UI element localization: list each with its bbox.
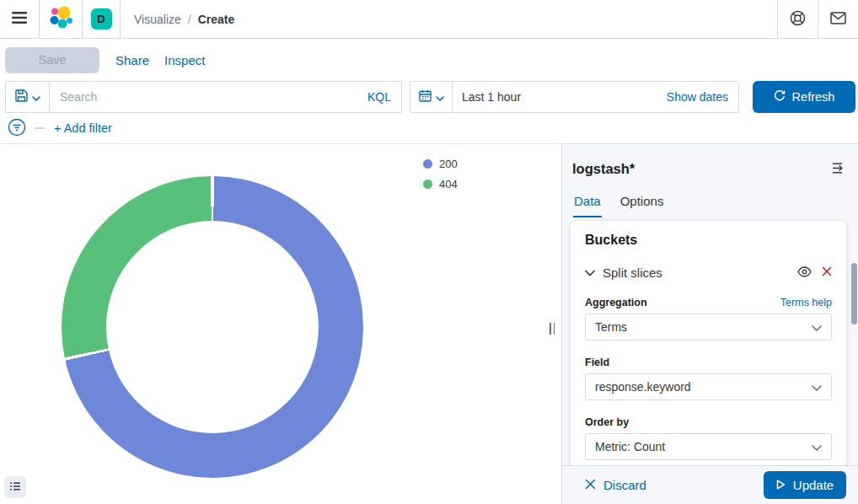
field-value: response.keyword [595, 380, 691, 394]
remove-icon [822, 266, 832, 279]
search-box: KQL [5, 81, 402, 113]
saved-query-icon [15, 89, 28, 105]
share-button[interactable]: Share [115, 53, 149, 67]
breadcrumb-create: Create [198, 13, 235, 26]
chevron-down-icon [32, 91, 40, 104]
search-input[interactable] [50, 82, 357, 112]
aggregation-value: Terms [595, 320, 627, 334]
help-icon [790, 10, 806, 29]
filter-options-button[interactable] [7, 118, 27, 138]
legend-swatch [423, 180, 432, 189]
show-dates-button[interactable]: Show dates [667, 90, 738, 104]
donut-chart[interactable] [62, 176, 363, 478]
update-button-label: Update [793, 478, 834, 492]
elastic-logo-section[interactable] [40, 0, 82, 38]
tab-options[interactable]: Options [619, 194, 665, 217]
legend-toggle-icon [9, 480, 21, 495]
aggregation-label: Aggregation [585, 297, 647, 308]
panel-collapse-icon [832, 164, 846, 177]
elastic-logo [50, 6, 72, 32]
date-spacer [521, 82, 667, 112]
chart-legend: 200 404 [423, 158, 458, 190]
filter-divider [35, 127, 45, 129]
chevron-down-icon [812, 320, 822, 334]
kibana-visualize-app: D Visualize / Create [0, 0, 858, 504]
menu-button[interactable] [0, 0, 39, 38]
save-button[interactable]: Save [5, 47, 99, 73]
legend-label: 200 [439, 158, 458, 170]
newsfeed-button[interactable] [818, 0, 858, 38]
panel-resize-handle[interactable] [550, 323, 557, 335]
chevron-down-icon [812, 380, 822, 394]
inspect-button[interactable]: Inspect [164, 53, 205, 67]
navbar-spacer [234, 0, 777, 38]
calendar-icon [419, 89, 432, 105]
discard-icon [585, 478, 596, 492]
refresh-button[interactable]: Refresh [753, 81, 855, 113]
order-by-label: Order by [585, 416, 832, 428]
collapse-agg-button[interactable] [585, 266, 595, 279]
legend-toggle-button[interactable] [4, 476, 26, 498]
help-button[interactable] [778, 0, 818, 38]
legend-label: 404 [439, 178, 458, 190]
field-select[interactable]: response.keyword [585, 373, 832, 400]
aggregation-label-row: Aggregation Terms help [585, 297, 832, 308]
breadcrumb-separator: / [188, 13, 191, 26]
update-icon [776, 478, 786, 492]
order-by-value: Metric: Count [595, 440, 665, 453]
filter-icon [8, 118, 26, 139]
breadcrumb: Visualize / Create [134, 0, 234, 38]
toggle-visibility-button[interactable] [797, 266, 812, 280]
discard-button[interactable]: Discard [580, 477, 652, 493]
refresh-button-label: Refresh [792, 90, 835, 104]
buckets-card: Buckets Split slices [571, 221, 846, 491]
main-content: 200 404 logstash* [0, 144, 858, 504]
tab-data[interactable]: Data [573, 194, 602, 217]
discard-button-label: Discard [603, 478, 646, 492]
update-button[interactable]: Update [764, 471, 846, 499]
split-slices-label: Split slices [603, 265, 662, 280]
index-pattern-title: logstash* [572, 161, 635, 177]
breadcrumb-visualize[interactable]: Visualize [134, 13, 181, 26]
legend-item-404[interactable]: 404 [423, 178, 458, 190]
editor-footer: Discard Update [562, 465, 858, 504]
panel-collapse-button[interactable] [827, 161, 851, 178]
order-by-select[interactable]: Metric: Count [585, 433, 832, 460]
saved-query-menu-button[interactable] [6, 82, 50, 112]
eye-icon [797, 266, 812, 280]
panel-scrollbar[interactable] [851, 263, 857, 324]
space-badge[interactable]: D [91, 8, 112, 29]
remove-bucket-button[interactable] [822, 266, 832, 279]
terms-help-link[interactable]: Terms help [780, 297, 832, 308]
field-label: Field [585, 357, 832, 368]
chevron-down-icon [585, 266, 595, 279]
aggregation-select[interactable]: Terms [585, 314, 832, 340]
buckets-heading: Buckets [585, 233, 832, 248]
navbar-divider [120, 0, 121, 38]
menu-icon [11, 11, 28, 27]
split-slices-row: Split slices [585, 265, 832, 280]
query-language-switcher[interactable]: KQL [357, 90, 401, 104]
refresh-icon [774, 90, 786, 105]
legend-item-200[interactable]: 200 [423, 158, 458, 170]
query-bar: KQL Last 1 hour Show dates [5, 81, 855, 113]
date-quick-menu-button[interactable] [410, 82, 453, 112]
legend-swatch [423, 159, 432, 169]
chevron-down-icon [436, 91, 444, 104]
time-range-value[interactable]: Last 1 hour [462, 90, 521, 104]
chevron-down-icon [812, 440, 822, 453]
space-selector-section: D [83, 0, 120, 38]
filter-bar: + Add filter [0, 113, 858, 144]
add-filter-button[interactable]: + Add filter [54, 121, 112, 135]
editor-tabs: Data Options [573, 194, 664, 217]
date-picker: Last 1 hour Show dates [410, 81, 739, 113]
visualization-canvas: 200 404 [0, 144, 561, 504]
mail-icon [830, 12, 846, 27]
visualization-editor-panel: logstash* Data Options Buckets [561, 144, 858, 504]
visualize-toolbar: Save Share Inspect [0, 39, 858, 81]
top-navbar: D Visualize / Create [0, 0, 858, 39]
